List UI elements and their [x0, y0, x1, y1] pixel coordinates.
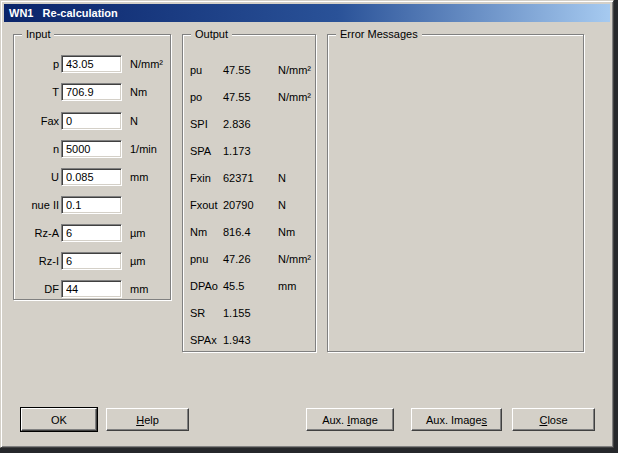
input-unit-fax: N	[130, 112, 138, 130]
input-groupbox-label: Input	[22, 28, 54, 41]
input-row-rza: Rz-A µm	[14, 224, 170, 242]
output-value-fxout: 20790	[223, 199, 254, 212]
output-unit-fxin: N	[278, 172, 286, 185]
output-label-spax: SPAx	[190, 334, 217, 347]
output-unit-po: N/mm²	[278, 91, 311, 104]
ok-button[interactable]: OK	[21, 408, 97, 431]
input-row-rzi: Rz-I µm	[14, 252, 170, 270]
output-row-pu: pu 47.55 N/mm²	[183, 64, 315, 77]
close-button[interactable]: Close	[512, 408, 595, 431]
output-value-dpao: 45.5	[223, 280, 244, 293]
output-label-spa: SPA	[190, 145, 211, 158]
input-label-t: T	[14, 83, 59, 101]
input-field-fax[interactable]	[61, 112, 122, 130]
input-row-p: p N/mm²	[14, 55, 170, 73]
input-unit-rzi: µm	[130, 252, 146, 270]
aux-image-button[interactable]: Aux. Image	[306, 408, 394, 431]
input-label-rza: Rz-A	[14, 224, 59, 242]
input-row-n: n 1/min	[14, 140, 170, 158]
output-value-sr: 1.155	[223, 307, 251, 320]
input-field-p[interactable]	[61, 55, 122, 73]
output-label-pu: pu	[190, 64, 202, 77]
output-value-spa: 1.173	[223, 145, 251, 158]
input-field-rzi[interactable]	[61, 252, 122, 270]
input-label-u: U	[14, 168, 59, 186]
input-field-n[interactable]	[61, 140, 122, 158]
input-label-df: DF	[14, 280, 59, 298]
output-label-pnu: pnu	[190, 253, 208, 266]
output-value-spi: 2.836	[223, 118, 251, 131]
output-value-nm: 816.4	[223, 226, 251, 239]
error-messages-groupbox: Error Messages	[327, 34, 584, 352]
output-row-pnu: pnu 47.26 N/mm²	[183, 253, 315, 266]
window-title: WN1 Re-calculation	[9, 7, 118, 19]
screen: WN1 Re-calculation Input p N/mm² T Nm Fa…	[0, 0, 618, 453]
input-row-nue: nue II	[14, 196, 170, 214]
output-value-pnu: 47.26	[223, 253, 251, 266]
output-label-sr: SR	[190, 307, 205, 320]
output-row-fxout: Fxout 20790 N	[183, 199, 315, 212]
input-unit-df: mm	[130, 280, 148, 298]
input-row-fax: Fax N	[14, 112, 170, 130]
output-groupbox: Output pu 47.55 N/mm² po 47.55 N/mm² SPI…	[182, 34, 316, 352]
output-row-po: po 47.55 N/mm²	[183, 91, 315, 104]
input-field-nue[interactable]	[61, 196, 122, 214]
output-row-fxin: Fxin 62371 N	[183, 172, 315, 185]
input-row-t: T Nm	[14, 83, 170, 101]
input-label-fax: Fax	[14, 112, 59, 130]
input-row-u: U mm	[14, 168, 170, 186]
input-unit-p: N/mm²	[130, 55, 163, 73]
output-label-nm: Nm	[190, 226, 207, 239]
output-label-spi: SPI	[190, 118, 208, 131]
output-row-sr: SR 1.155	[183, 307, 315, 320]
input-field-u[interactable]	[61, 168, 122, 186]
output-value-po: 47.55	[223, 91, 251, 104]
output-label-po: po	[190, 91, 202, 104]
input-unit-u: mm	[130, 168, 148, 186]
input-label-p: p	[14, 55, 59, 73]
input-unit-n: 1/min	[130, 140, 157, 158]
output-row-spa: SPA 1.173	[183, 145, 315, 158]
input-label-nue: nue II	[14, 196, 59, 214]
output-value-spax: 1.943	[223, 334, 251, 347]
output-label-fxin: Fxin	[190, 172, 211, 185]
output-row-spax: SPAx 1.943	[183, 334, 315, 347]
recalculation-dialog: WN1 Re-calculation Input p N/mm² T Nm Fa…	[0, 0, 614, 448]
input-field-t[interactable]	[61, 83, 122, 101]
output-unit-fxout: N	[278, 199, 286, 212]
output-row-dpao: DPAo 45.5 mm	[183, 280, 315, 293]
input-groupbox: Input p N/mm² T Nm Fax N n 1/min	[13, 34, 171, 300]
output-unit-pu: N/mm²	[278, 64, 311, 77]
input-label-rzi: Rz-I	[14, 252, 59, 270]
output-value-pu: 47.55	[223, 64, 251, 77]
input-row-df: DF mm	[14, 280, 170, 298]
output-unit-nm: Nm	[278, 226, 295, 239]
output-label-dpao: DPAo	[190, 280, 218, 293]
output-unit-pnu: N/mm²	[278, 253, 311, 266]
output-label-fxout: Fxout	[190, 199, 218, 212]
output-unit-dpao: mm	[278, 280, 296, 293]
output-row-spi: SPI 2.836	[183, 118, 315, 131]
input-field-df[interactable]	[61, 280, 122, 298]
output-groupbox-label: Output	[191, 28, 232, 41]
title-bar[interactable]: WN1 Re-calculation	[4, 4, 610, 22]
input-label-n: n	[14, 140, 59, 158]
input-unit-rza: µm	[130, 224, 146, 242]
output-row-nm: Nm 816.4 Nm	[183, 226, 315, 239]
input-unit-t: Nm	[130, 83, 147, 101]
output-value-fxin: 62371	[223, 172, 254, 185]
input-field-rza[interactable]	[61, 224, 122, 242]
help-button[interactable]: Help	[106, 408, 189, 431]
aux-images-button[interactable]: Aux. Images	[411, 408, 502, 431]
error-messages-groupbox-label: Error Messages	[336, 28, 422, 41]
